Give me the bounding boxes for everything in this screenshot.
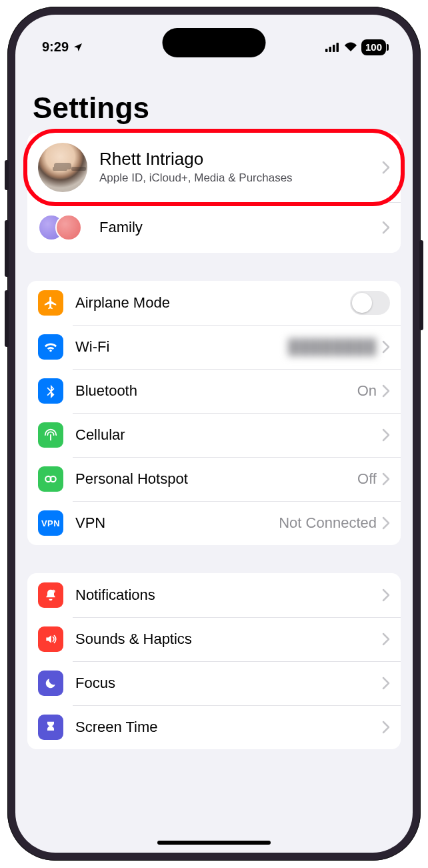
sounds-label: Sounds & Haptics (75, 630, 382, 648)
hotspot-icon (38, 466, 63, 492)
chevron-right-icon (382, 340, 390, 354)
notifications-label: Notifications (75, 586, 382, 604)
chevron-right-icon (382, 161, 390, 174)
notifications-group: Notifications Sounds & Haptics (27, 573, 401, 749)
airplane-icon (38, 290, 63, 316)
svg-rect-2 (333, 45, 335, 52)
hourglass-icon (38, 715, 63, 740)
battery-indicator: 100 (361, 39, 386, 55)
chevron-right-icon (382, 384, 390, 398)
bluetooth-label: Bluetooth (75, 382, 357, 400)
notifications-row[interactable]: Notifications (27, 573, 401, 617)
hotspot-row[interactable]: Personal Hotspot Off (27, 457, 401, 501)
cellular-signal-icon (325, 43, 340, 52)
chevron-right-icon (382, 516, 390, 530)
moon-icon (38, 671, 63, 696)
bluetooth-row[interactable]: Bluetooth On (27, 369, 401, 413)
vpn-icon: VPN (38, 510, 63, 536)
svg-rect-0 (325, 49, 328, 52)
svg-point-7 (52, 590, 55, 593)
volume-down-button (5, 290, 9, 347)
airplane-label: Airplane Mode (75, 294, 350, 312)
side-button (5, 160, 9, 190)
profile-subtitle: Apple ID, iCloud+, Media & Purchases (99, 171, 382, 185)
profile-group: Rhett Intriago Apple ID, iCloud+, Media … (27, 133, 401, 253)
focus-row[interactable]: Focus (27, 661, 401, 705)
speaker-icon (38, 626, 63, 652)
vpn-row[interactable]: VPN VPN Not Connected (27, 501, 401, 545)
battery-text: 100 (365, 41, 382, 53)
page-title: Settings (27, 65, 401, 133)
wifi-value: ████████ (288, 338, 377, 356)
chevron-right-icon (382, 428, 390, 442)
hotspot-value: Off (357, 470, 377, 488)
power-button (419, 240, 423, 330)
bluetooth-icon (38, 378, 63, 404)
svg-rect-3 (336, 43, 339, 52)
screen: 9:29 (15, 15, 413, 853)
airplane-mode-row[interactable]: Airplane Mode (27, 281, 401, 325)
wifi-icon (38, 334, 63, 360)
wifi-label: Wi-Fi (75, 338, 288, 356)
vpn-icon-text: VPN (41, 518, 60, 528)
hotspot-label: Personal Hotspot (75, 470, 357, 488)
family-avatars (38, 211, 87, 244)
cellular-icon (38, 422, 63, 448)
chevron-right-icon (382, 721, 390, 734)
bluetooth-value: On (357, 382, 377, 400)
avatar (38, 143, 87, 192)
volume-up-button (5, 220, 9, 277)
profile-name: Rhett Intriago (99, 149, 382, 169)
wifi-status-icon (344, 42, 357, 52)
location-icon (73, 42, 83, 53)
cellular-label: Cellular (75, 426, 382, 444)
vpn-value: Not Connected (279, 514, 377, 532)
family-row[interactable]: Family (27, 202, 401, 253)
phone-frame: 9:29 (7, 7, 421, 861)
chevron-right-icon (382, 472, 390, 486)
focus-label: Focus (75, 675, 382, 692)
status-time: 9:29 (42, 39, 69, 55)
svg-rect-4 (50, 434, 51, 440)
chevron-right-icon (382, 588, 390, 602)
cellular-row[interactable]: Cellular (27, 413, 401, 457)
svg-rect-1 (329, 47, 331, 52)
airplane-toggle[interactable] (350, 291, 390, 315)
screen-time-row[interactable]: Screen Time (27, 705, 401, 749)
bell-icon (38, 582, 63, 608)
vpn-label: VPN (75, 514, 279, 532)
home-indicator[interactable] (157, 841, 271, 845)
chevron-right-icon (382, 677, 390, 690)
apple-id-row[interactable]: Rhett Intriago Apple ID, iCloud+, Media … (27, 133, 401, 202)
chevron-right-icon (382, 221, 390, 234)
family-label: Family (99, 219, 382, 236)
family-avatar-2 (55, 214, 82, 241)
chevron-right-icon (382, 632, 390, 646)
sounds-row[interactable]: Sounds & Haptics (27, 617, 401, 661)
screen-time-label: Screen Time (75, 719, 382, 736)
connectivity-group: Airplane Mode Wi-Fi ████████ (27, 281, 401, 545)
wifi-row[interactable]: Wi-Fi ████████ (27, 325, 401, 369)
dynamic-island (163, 28, 266, 57)
